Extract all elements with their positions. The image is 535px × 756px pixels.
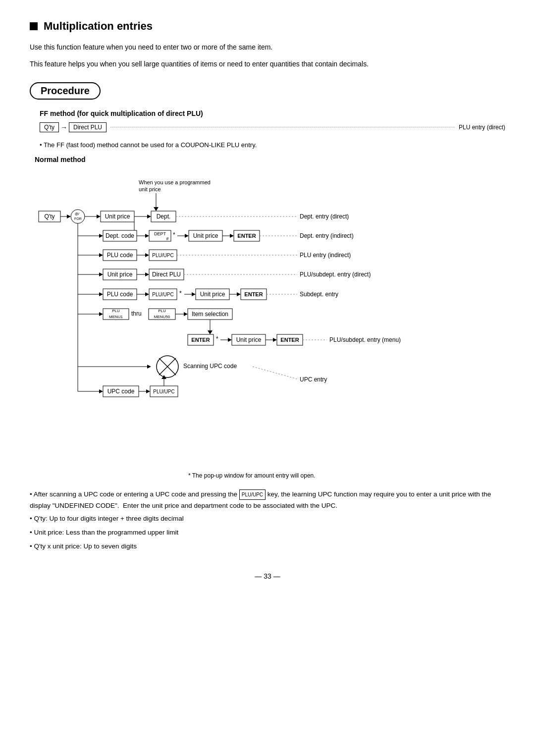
programmed-note-2: unit price: [139, 186, 161, 192]
plu-menu50-text1: PLU: [158, 309, 166, 313]
bullet-item-1: • After scanning a UPC code or entering …: [30, 489, 505, 512]
dept-indirect-label: Dept. entry (indirect): [300, 232, 354, 239]
up-dept-arrow: [147, 215, 151, 218]
for-deptcode-arrow: [99, 234, 103, 238]
up4-dplu-arrow: [145, 272, 149, 276]
unit-price-box1-text: Unit price: [105, 213, 130, 220]
title-square-icon: [30, 22, 38, 30]
ff-flow-row: Q'ty → Direct PLU PLU entry (direct): [40, 122, 505, 132]
plu-code-box1-text: PLU code: [107, 252, 133, 259]
depthash-up2-arrow: [185, 234, 189, 238]
for-plucode-arrow: [99, 253, 103, 257]
dept-hash-text1: DEPT: [154, 231, 166, 236]
plucode-pluupc-arrow: [145, 253, 149, 257]
qty-for-arrow: [67, 215, 71, 218]
dept-code-text: Dept. code: [106, 232, 134, 239]
bullet-section: • After scanning a UPC code or entering …: [30, 489, 505, 553]
qty-box-text: Q'ty: [45, 213, 55, 220]
enter-box6c-text: ENTER: [280, 337, 299, 343]
enter-box6b-text: ENTER: [191, 337, 210, 343]
up2-enter-arrow: [230, 234, 234, 238]
plu-subdept-menu-label: PLU/subdept. entry (menu): [329, 336, 401, 343]
upc-entry-label: UPC entry: [300, 376, 327, 383]
plu-menu50-text2: MENU50: [154, 315, 170, 319]
page-number: — 33 —: [30, 572, 505, 580]
ff-entry-label: PLU entry (direct): [459, 124, 505, 131]
bullet-text-2: • Q'ty: Up to four digits integer + thre…: [30, 512, 184, 525]
star-2: *: [179, 290, 182, 297]
plucode5-pluupc5-arrow: [145, 292, 149, 296]
plu-upc-box8-text: PLU/UPC: [153, 389, 174, 394]
popup-note: * The pop-up window for amount entry wil…: [188, 472, 505, 479]
programmed-note-1: When you use a programmed: [139, 179, 211, 185]
for-up4-arrow: [99, 272, 103, 276]
diagram-container: When you use a programmed unit price Q't…: [30, 173, 505, 462]
for-up-arrow: [97, 215, 101, 218]
dept-box-text: Dept.: [157, 213, 171, 220]
dept-hash-text2: #: [166, 236, 168, 241]
direct-plu-box4-text: Direct PLU: [152, 271, 181, 278]
bullet-item-3: • Unit price: Less than the programmed u…: [30, 526, 505, 539]
plu-upc-inline-key: PLU/UPC: [239, 489, 266, 500]
subdept-entry-label: Subdept. entry: [300, 291, 338, 298]
scan-upc-dots: [253, 367, 297, 379]
thru-text: thru: [131, 310, 142, 317]
plu-upc-box3-text: PLU/UPC: [152, 253, 173, 258]
item-selection-text: Item selection: [192, 311, 228, 318]
flow-diagram: When you use a programmed unit price Q't…: [30, 173, 505, 461]
bullet-item-2: • Q'ty: Up to four digits integer + thre…: [30, 512, 505, 525]
plu-code-box5-text: PLU code: [107, 291, 133, 298]
for-scan-arrow: [147, 365, 151, 369]
scan-text: Scanning UPC code: [183, 363, 237, 370]
up5-enter5-arrow: [237, 292, 241, 296]
itemsel-down-arrow: [208, 330, 213, 334]
enter-box2-text: ENTER: [237, 233, 256, 239]
page-title: Multiplication entries: [30, 20, 505, 33]
upccode-pluupc8-arrow: [146, 389, 150, 393]
for-text-for: FOR: [74, 217, 82, 220]
pluupc5-up5-arrow: [192, 292, 196, 296]
bullet-text-3: • Unit price: Less than the programmed u…: [30, 526, 178, 539]
dept-direct-label: Dept. entry (direct): [300, 213, 349, 220]
plu-indirect-label: PLU entry (indirect): [300, 252, 351, 259]
intro-text-2: This feature helps you when you sell lar…: [30, 58, 505, 70]
unit-price-box5-text: Unit price: [200, 291, 225, 298]
for-plumenu-arrow: [99, 312, 103, 316]
plumenu50-itemsel-arrow: [184, 312, 188, 316]
ff-arrow-1: →: [60, 123, 67, 131]
bullet-item-4: • Q'ty x unit price: Up to seven digits: [30, 540, 505, 553]
title-text: Multiplication entries: [44, 20, 153, 33]
normal-heading: Normal method: [35, 156, 505, 163]
for-text-at: @/: [75, 212, 79, 216]
ff-dots: [110, 127, 455, 127]
star-1: *: [173, 231, 175, 238]
enter-box5-text: ENTER: [244, 291, 263, 297]
upc-code-text: UPC code: [107, 388, 135, 395]
bullet-text-4: • Q'ty x unit price: Up to seven digits: [30, 540, 137, 553]
plu-menu1-text2: MENU1: [109, 315, 123, 319]
unit-price-box4-text: Unit price: [107, 271, 133, 278]
for-plucode5-arrow: [99, 292, 103, 296]
plu-upc-box5-text: PLU/UPC: [152, 292, 173, 297]
ff-direct-plu-box: Direct PLU: [69, 122, 107, 132]
star-3: *: [216, 335, 218, 342]
ff-heading: FF method (for quick multiplication of d…: [40, 109, 505, 117]
up6b-enter6c-arrow: [273, 338, 277, 342]
ff-note: • The FF (fast food) method cannot be us…: [40, 141, 505, 149]
unit-price-box6b-text: Unit price: [236, 336, 262, 343]
intro-text-1: Use this function feature when you need …: [30, 42, 505, 54]
unit-price-box2-text: Unit price: [193, 232, 218, 239]
procedure-label: Procedure: [30, 82, 101, 100]
for-upccode-arrow: [99, 389, 103, 393]
plu-menu1-text1: PLU: [112, 309, 120, 313]
note-arrow-head: [154, 207, 159, 211]
enter6b-up6b-arrow: [228, 338, 232, 342]
deptcode-depthash-arrow: [145, 234, 149, 238]
ff-qty-box: Q'ty: [40, 122, 59, 132]
bullet-text-1: • After scanning a UPC code or entering …: [30, 489, 505, 512]
plu-subdept-direct-label: PLU/subdept. entry (direct): [300, 271, 371, 278]
